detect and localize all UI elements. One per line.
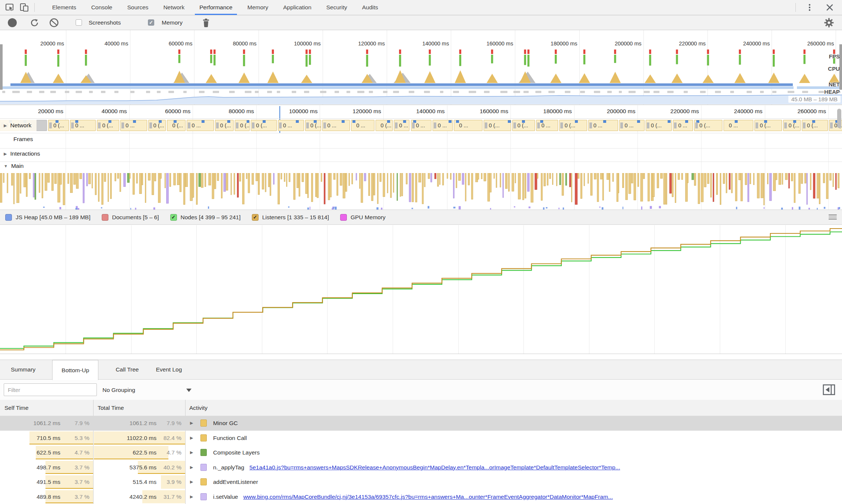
tab-bottom-up[interactable]: Bottom-Up — [52, 360, 98, 380]
settings-gear-icon[interactable] — [824, 18, 834, 28]
activity-source-link[interactable]: www.bing.com/rms/MapCoreBundle/cj,nj/3e1… — [243, 494, 613, 500]
legend-item[interactable]: ✓Nodes [4 399 – 95 241] — [170, 214, 241, 221]
network-request-item[interactable]: 0 (... — [235, 120, 250, 131]
network-request-item[interactable]: 0 (... — [484, 120, 511, 131]
network-request-item[interactable]: 0 ... — [673, 120, 693, 131]
total-time-column-header[interactable]: Total Time — [98, 400, 124, 416]
main-track-row[interactable]: ▼Main — [0, 162, 842, 173]
filter-input[interactable] — [4, 383, 97, 396]
self-time-column-header[interactable]: Self Time — [4, 400, 29, 416]
network-request-item[interactable]: 0 (... — [559, 120, 587, 131]
row-disclosure-icon[interactable]: ▶ — [190, 445, 193, 460]
network-request-item[interactable]: 0 (... — [783, 120, 801, 131]
tracks-scrollbar-thumb[interactable] — [837, 109, 841, 128]
row-disclosure-icon[interactable]: ▶ — [190, 431, 193, 446]
network-request-item[interactable]: 0 (... — [646, 120, 672, 131]
tab-application[interactable]: Application — [276, 0, 319, 15]
frames-track-row[interactable]: Frames — [0, 133, 842, 149]
tab-elements[interactable]: Elements — [45, 0, 84, 15]
legend-checkbox-js[interactable] — [5, 214, 12, 221]
network-request-item[interactable]: 0 (... — [512, 120, 535, 131]
record-icon[interactable] — [7, 18, 17, 28]
network-track-row[interactable]: 0 (...0 (...0 ...0 (...0 ...0 (...0 (...… — [0, 118, 842, 133]
memory-checkbox[interactable]: ✓ — [148, 19, 154, 26]
chevron-down-icon[interactable] — [186, 389, 191, 392]
overview-left-handle[interactable] — [0, 44, 3, 90]
network-request-item[interactable]: 0 ... — [536, 120, 558, 131]
table-row[interactable]: 498.7 ms3.7 %5375.6 ms40.2 %▶n._applyTag… — [0, 460, 842, 475]
network-request-item[interactable]: 0 ... — [724, 120, 753, 131]
legend-item[interactable]: Documents [5 – 6] — [102, 214, 159, 221]
legend-item[interactable]: JS Heap [45.0 MB – 189 MB] — [5, 214, 91, 221]
tab-summary[interactable]: Summary — [11, 360, 35, 380]
trash-icon[interactable] — [201, 18, 211, 28]
interactions-disclosure-icon[interactable]: ▶ — [4, 151, 7, 156]
legend-checkbox-gpu[interactable] — [340, 214, 347, 221]
legend-checkbox-nodes[interactable]: ✓ — [170, 214, 177, 221]
overview-right-handle[interactable] — [839, 44, 842, 90]
network-request-item[interactable]: 0 ... — [394, 120, 409, 131]
tab-sources[interactable]: Sources — [120, 0, 156, 15]
network-disclosure-icon[interactable]: ▶ — [4, 123, 7, 128]
interactions-track-row[interactable]: ▶Interactions — [0, 148, 842, 162]
memory-label[interactable]: Memory — [162, 15, 183, 30]
screenshots-checkbox[interactable] — [76, 19, 82, 26]
tab-memory[interactable]: Memory — [240, 0, 276, 15]
reload-icon[interactable] — [30, 18, 39, 28]
tab-call-tree[interactable]: Call Tree — [115, 360, 139, 380]
main-track-label[interactable]: Main — [11, 163, 24, 169]
tab-console[interactable]: Console — [84, 0, 120, 15]
network-request-item[interactable]: 0 ... — [411, 120, 432, 131]
network-request-item[interactable]: 0 (... — [251, 120, 276, 131]
network-request-item[interactable]: 0 ... — [70, 120, 96, 131]
main-flame-chart[interactable] — [0, 173, 842, 210]
timeline-overview[interactable]: 20000 ms40000 ms60000 ms80000 ms100000 m… — [0, 30, 842, 105]
network-request-item[interactable]: 0 (... — [376, 120, 393, 131]
table-row[interactable]: 489.8 ms3.7 %4240.2 ms31.7 %▶i.setValuew… — [0, 489, 842, 504]
tab-event-log[interactable]: Event Log — [156, 360, 182, 380]
row-disclosure-icon[interactable]: ▶ — [190, 489, 193, 504]
network-request-item[interactable]: 0 (... — [305, 120, 321, 131]
legend-menu-icon[interactable] — [829, 214, 837, 220]
memory-counters-chart[interactable] — [0, 225, 842, 354]
grouping-select[interactable]: No Grouping — [102, 380, 135, 400]
legend-checkbox-documents[interactable] — [102, 214, 108, 221]
tab-performance[interactable]: Performance — [192, 0, 240, 15]
main-disclosure-icon[interactable]: ▼ — [4, 164, 8, 168]
network-request-item[interactable]: 0 (... — [754, 120, 782, 131]
clear-icon[interactable] — [49, 18, 59, 28]
network-request-item[interactable]: 0 ... — [433, 120, 453, 131]
network-request-item[interactable]: 0 ... — [619, 120, 645, 131]
legend-item[interactable]: GPU Memory — [340, 214, 386, 221]
network-request-item[interactable]: 0 (... — [802, 120, 828, 131]
table-row[interactable]: 710.5 ms5.3 %11022.0 ms82.4 %▶Function C… — [0, 431, 842, 446]
row-disclosure-icon[interactable]: ▶ — [190, 416, 193, 431]
network-track-label[interactable]: ▶Network — [0, 120, 37, 131]
network-request-item[interactable]: 0 (... — [97, 120, 119, 131]
network-request-item[interactable]: 0 (... — [215, 120, 234, 131]
activity-column-header[interactable]: Activity — [189, 400, 208, 416]
network-request-item[interactable]: 0 (... — [148, 120, 166, 131]
tab-network[interactable]: Network — [156, 0, 192, 15]
legend-item[interactable]: ✓Listeners [1 335 – 15 814] — [252, 214, 329, 221]
frames-track-label[interactable]: Frames — [13, 136, 33, 143]
screenshots-label[interactable]: Screenshots — [89, 15, 121, 30]
row-disclosure-icon[interactable]: ▶ — [190, 460, 193, 475]
legend-checkbox-listeners[interactable]: ✓ — [252, 214, 259, 221]
network-request-item[interactable]: 0 ... — [351, 120, 374, 131]
activity-source-link[interactable]: 5e1a41a0.js?bu=rms+answers+MapsSDKReleas… — [250, 464, 620, 470]
tab-audits[interactable]: Audits — [355, 0, 386, 15]
kebab-menu-icon[interactable] — [804, 2, 815, 13]
network-request-item[interactable]: 0 ... — [278, 120, 304, 131]
device-toolbar-icon[interactable] — [19, 2, 30, 13]
tab-security[interactable]: Security — [319, 0, 355, 15]
network-request-item[interactable]: 0 (... — [694, 120, 722, 131]
network-request-item[interactable]: 0 ... — [454, 120, 482, 131]
close-icon[interactable] — [824, 2, 835, 13]
network-request-item[interactable]: 0 (... — [48, 120, 69, 131]
row-disclosure-icon[interactable]: ▶ — [190, 475, 193, 489]
interactions-track-label[interactable]: Interactions — [10, 150, 40, 157]
table-row[interactable]: 622.5 ms4.7 %622.5 ms4.7 %▶Composite Lay… — [0, 445, 842, 460]
network-request-item[interactable]: 0 ... — [588, 120, 618, 131]
network-request-item[interactable]: 0 ... — [120, 120, 147, 131]
